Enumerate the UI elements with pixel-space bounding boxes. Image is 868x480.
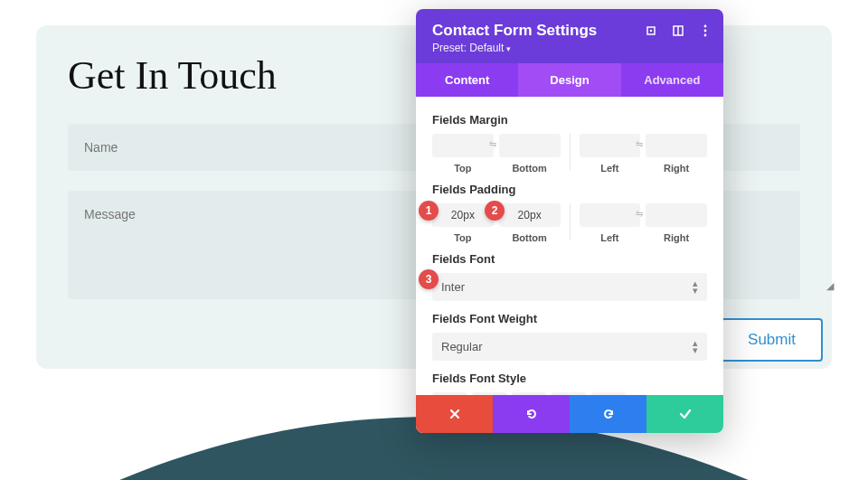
label-bottom: Bottom: [499, 163, 561, 174]
fields-font-weight-label: Fields Font Weight: [432, 312, 707, 325]
separator: [570, 203, 571, 240]
padding-bottom-input[interactable]: [499, 203, 561, 227]
columns-icon[interactable]: [671, 24, 685, 38]
fields-padding-label: Fields Padding: [432, 183, 707, 196]
font-select[interactable]: Inter ▴▾: [432, 273, 707, 301]
close-button[interactable]: [416, 395, 493, 433]
chevron-updown-icon: ▴▾: [693, 339, 698, 353]
tab-content[interactable]: Content: [416, 63, 518, 97]
link-icon[interactable]: ⇋: [636, 139, 643, 149]
margin-right-input[interactable]: [646, 134, 707, 157]
panel-tabs: Content Design Advanced: [416, 63, 723, 97]
fields-font-style-label: Fields Font Style: [432, 372, 707, 385]
label-left: Left: [580, 163, 641, 174]
margin-bottom-input[interactable]: [499, 134, 561, 157]
padding-left-input[interactable]: [580, 203, 641, 227]
expand-icon[interactable]: [644, 24, 658, 38]
chevron-updown-icon: ▴▾: [693, 279, 698, 294]
label-top: Top: [432, 163, 494, 174]
margin-top-input[interactable]: [432, 134, 494, 157]
font-weight-select[interactable]: Regular ▴▾: [432, 333, 707, 361]
more-icon[interactable]: [698, 24, 712, 38]
label-right: Right: [646, 232, 707, 243]
tab-design[interactable]: Design: [518, 63, 620, 97]
margin-left-input[interactable]: [580, 134, 641, 157]
label-right: Right: [646, 163, 707, 174]
link-icon[interactable]: ⇋: [636, 209, 643, 219]
panel-body: Fields Margin ⇋ Top Bottom ⇋ Left Right: [416, 97, 723, 395]
margin-row: ⇋ Top Bottom ⇋ Left Right: [432, 134, 707, 174]
settings-panel: Contact Form Settings Preset: Default Co…: [416, 9, 723, 433]
confirm-button[interactable]: [646, 395, 723, 433]
callout-2: 2: [485, 201, 505, 221]
fields-margin-label: Fields Margin: [432, 113, 707, 127]
label-left: Left: [580, 232, 641, 243]
callout-3: 3: [419, 269, 439, 289]
svg-point-1: [650, 30, 652, 32]
tab-advanced[interactable]: Advanced: [621, 63, 723, 97]
separator: [570, 134, 571, 170]
link-icon[interactable]: ⇋: [489, 139, 496, 149]
font-weight-value: Regular: [441, 340, 483, 353]
callout-1: 1: [419, 201, 439, 221]
panel-footer: [416, 395, 723, 433]
font-select-value: Inter: [441, 280, 465, 294]
submit-button[interactable]: Submit: [721, 318, 823, 362]
redo-button[interactable]: [570, 395, 646, 433]
padding-row: Top Bottom ⇋ Left Right: [432, 203, 707, 243]
panel-header: Contact Form Settings Preset: Default: [416, 9, 723, 63]
svg-point-4: [704, 25, 707, 28]
label-top: Top: [432, 232, 494, 243]
svg-point-6: [704, 34, 707, 37]
fields-font-label: Fields Font: [432, 252, 707, 266]
padding-right-input[interactable]: [646, 203, 707, 227]
svg-point-5: [704, 30, 707, 33]
preset-dropdown[interactable]: Preset: Default: [432, 42, 707, 54]
label-bottom: Bottom: [499, 232, 561, 243]
undo-button[interactable]: [493, 395, 570, 433]
